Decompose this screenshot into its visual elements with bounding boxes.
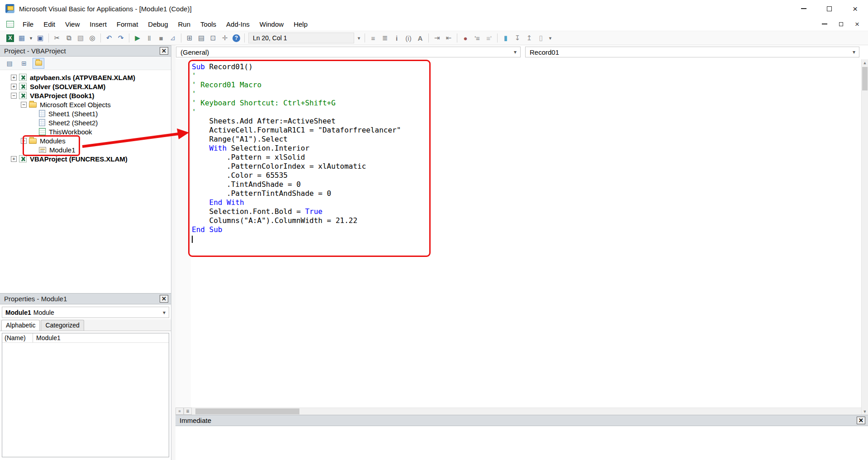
toggle-folders-button[interactable] [33,58,44,69]
find-icon[interactable]: ◎ [87,33,98,43]
design-mode-icon[interactable]: ⊿ [167,33,178,43]
paste-icon[interactable]: ▧ [75,33,86,43]
properties-window-icon[interactable]: ▤ [196,33,207,43]
tree-expander-icon[interactable]: − [11,93,17,99]
next-bookmark-icon[interactable]: ↧ [512,33,523,43]
toolbar-options-icon[interactable]: ▾ [356,33,362,43]
object-browser-icon[interactable]: ⊡ [208,33,218,43]
tree-item-module1[interactable]: Module1 [0,145,171,154]
cut-icon[interactable]: ✂ [52,33,62,43]
run-icon[interactable]: ▶ [132,33,143,43]
toolbox-icon[interactable]: ✛ [219,33,230,43]
edit-toolbar-options-icon[interactable]: ▾ [547,33,553,43]
list-constants-icon[interactable]: ≣ [379,33,390,43]
tree-item-solver-solver-xlam[interactable]: +Solver (SOLVER.XLAM) [0,82,171,91]
tree-item-thisworkbook[interactable]: ThisWorkbook [0,127,171,136]
insert-userform-icon[interactable]: ▦ [16,33,27,43]
code-text[interactable]: Sub Record01()'' Record01 Macro'' Keyboa… [191,59,868,408]
immediate-window-close-button[interactable]: ✕ [857,417,865,424]
quick-info-icon[interactable]: i [391,33,402,43]
save-icon[interactable]: ▣ [35,33,46,43]
view-code-button[interactable]: ▤ [4,58,15,69]
properties-panel-close-button[interactable]: ✕ [160,295,168,303]
code-margin-indicator-bar[interactable] [175,59,191,408]
window-close-button[interactable]: × [842,0,868,17]
full-module-view-button[interactable]: ≣ [184,408,192,415]
previous-bookmark-icon[interactable]: ↥ [524,33,535,43]
menu-format[interactable]: Format [112,18,143,30]
panel-splitter[interactable] [171,45,175,460]
undo-icon[interactable]: ↶ [104,33,114,43]
tree-item-modules[interactable]: −Modules [0,136,171,145]
menu-insert[interactable]: Insert [85,18,112,30]
menu-run[interactable]: Run [173,18,196,30]
menu-add-ins[interactable]: Add-Ins [221,18,255,30]
menu-window[interactable]: Window [255,18,289,30]
insert-userform-dropdown-icon[interactable]: ▾ [28,33,34,43]
tree-label: VBAProject (FUNCRES.XLAM) [28,155,129,163]
redo-icon[interactable]: ↷ [115,33,126,43]
properties-object-dropdown[interactable]: Module1 Module ▾ [2,307,169,318]
scroll-down-icon[interactable]: ▼ [862,408,868,415]
break-icon[interactable]: ‖ [144,33,155,43]
tree-item-vbaproject-funcres-xlam[interactable]: +VBAProject (FUNCRES.XLAM) [0,154,171,163]
tree-expander-icon[interactable]: − [21,102,27,108]
property-name-cell[interactable]: (Name) [2,333,33,342]
mdi-minimize-button[interactable] [820,19,829,28]
horizontal-scrollbar[interactable] [192,408,861,415]
parameter-info-icon[interactable]: (i) [403,33,414,43]
tree-expander-icon[interactable]: + [11,156,17,162]
list-properties-icon[interactable]: ≡ [368,33,379,43]
project-explorer-icon[interactable]: ⊞ [184,33,195,43]
code-editor[interactable]: Sub Record01()'' Record01 Macro'' Keyboa… [175,59,868,408]
tree-item-sheet2-sheet2[interactable]: Sheet2 (Sheet2) [0,118,171,127]
tree-label: ThisWorkbook [47,128,94,136]
toolbar-separator [365,33,365,43]
view-object-button[interactable]: ⊞ [18,58,30,69]
tree-expander-icon[interactable]: + [11,75,17,81]
indent-icon[interactable]: ⇥ [432,33,442,43]
menu-view[interactable]: View [60,18,85,30]
project-explorer-panel: Project - VBAProject ✕ ▤ ⊞ +atpvbaen.xls… [0,45,171,293]
menu-help[interactable]: Help [289,18,313,30]
menu-debug[interactable]: Debug [143,18,173,30]
outdent-icon[interactable]: ⇤ [443,33,454,43]
project-panel-close-button[interactable]: ✕ [160,47,168,55]
vertical-scrollbar-thumb[interactable] [862,67,868,90]
immediate-window-body[interactable] [175,426,868,460]
property-value-cell[interactable]: Module1 [33,333,169,342]
object-dropdown[interactable]: (General) ▾ [176,47,521,57]
menu-items: FileEditViewInsertFormatDebugRunToolsAdd… [18,18,313,30]
menu-edit[interactable]: Edit [38,18,60,30]
help-icon[interactable]: ? [232,34,240,42]
procedure-view-button[interactable]: ≡ [175,408,184,415]
scroll-up-icon[interactable]: ▲ [862,59,868,66]
tree-item-atpvbaen-xls-atpvbaen-xlam[interactable]: +atpvbaen.xls (ATPVBAEN.XLAM) [0,73,171,82]
tab-categorized[interactable]: Categorized [41,320,84,331]
mdi-close-button[interactable]: × [853,19,862,28]
toggle-bookmark-icon[interactable]: ▮ [500,33,511,43]
procedure-dropdown[interactable]: Record01 ▾ [525,47,859,57]
window-maximize-button[interactable] [816,0,842,17]
tree-expander-icon[interactable]: + [11,84,17,90]
vertical-scrollbar[interactable]: ▲ ▼ [861,59,868,415]
clear-bookmarks-icon[interactable]: ▯ [536,33,546,43]
mdi-restore-button[interactable] [836,19,845,28]
menu-tools[interactable]: Tools [195,18,221,30]
view-excel-icon[interactable]: X [6,34,14,42]
menu-file[interactable]: File [18,18,38,30]
window-minimize-button[interactable] [791,0,816,17]
copy-icon[interactable]: ⧉ [63,33,74,43]
comment-block-icon[interactable]: '≡ [472,33,483,43]
horizontal-scrollbar-thumb[interactable] [195,408,299,414]
tab-alphabetic[interactable]: Alphabetic [1,320,40,331]
tree-label: Solver (SOLVER.XLAM) [28,83,107,90]
toggle-breakpoint-icon[interactable]: ● [460,33,471,43]
tree-item-microsoft-excel-objects[interactable]: −Microsoft Excel Objects [0,100,171,109]
tree-item-sheet1-sheet1[interactable]: Sheet1 (Sheet1) [0,109,171,118]
tree-expander-icon[interactable]: − [21,138,27,144]
reset-icon[interactable]: ■ [156,33,166,43]
uncomment-block-icon[interactable]: ≡' [484,33,494,43]
tree-item-vbaproject-book1[interactable]: −VBAProject (Book1) [0,91,171,100]
complete-word-icon[interactable]: A [415,33,426,43]
